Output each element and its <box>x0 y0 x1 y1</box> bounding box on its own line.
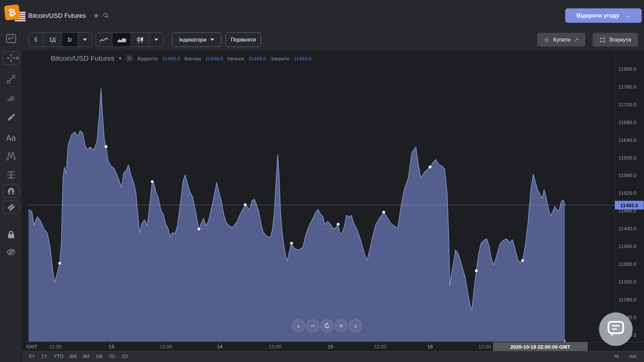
signal-icon <box>544 38 550 42</box>
low-label: Низька <box>227 56 244 61</box>
time-tick-label: 12:00 <box>49 344 62 349</box>
scroll-right-button[interactable]: › <box>349 319 362 332</box>
interval-button-5[interactable]: 5 <box>29 33 43 47</box>
interval-selector: 51Д1г <box>29 33 92 47</box>
trend-line-tool[interactable] <box>4 72 18 86</box>
range-button-1Y[interactable]: 1Y <box>41 353 47 359</box>
close-label: Закрити <box>271 56 289 61</box>
time-tick-mark <box>485 342 485 344</box>
chart-legend: Bitcoin/USD Futures ▾ Відкрити 11493.0 В… <box>51 54 312 63</box>
chevron-down-icon <box>210 39 214 41</box>
hide-drawings-tool[interactable] <box>4 245 18 259</box>
range-button-6M[interactable]: 6M <box>70 353 77 359</box>
area-chart-icon[interactable] <box>112 33 131 47</box>
search-icon[interactable] <box>103 12 109 20</box>
favorite-star-icon[interactable]: ★ <box>93 12 99 19</box>
low-value: 11468.0 <box>248 56 266 61</box>
xabcd-pattern-tool[interactable] <box>4 149 18 163</box>
time-tick-mark <box>111 342 112 344</box>
price-tick-label: 11440.0 <box>619 226 643 231</box>
chart-canvas[interactable] <box>22 50 644 342</box>
chart-toolbar: 51Д1г Індикатори Порівняти Купити ↗ <box>22 27 644 50</box>
pitchfork-tool[interactable] <box>4 91 18 105</box>
eye-slash-icon <box>6 248 16 256</box>
zoom-out-button[interactable]: − <box>306 319 319 332</box>
last-bar-tick <box>565 340 565 342</box>
flyout-arrow-icon[interactable] <box>17 56 18 60</box>
line-chart-icon[interactable] <box>96 33 112 47</box>
arrow-right-icon: → <box>625 12 630 19</box>
series-style-icon[interactable] <box>126 55 133 62</box>
reset-chart-button[interactable] <box>321 319 333 332</box>
range-button-3M[interactable]: 3M <box>83 353 90 359</box>
percent-scale-toggle[interactable]: % <box>614 353 619 359</box>
collapse-label: Згорнути <box>609 37 631 43</box>
brush-tool[interactable] <box>4 111 18 124</box>
range-button-YTD[interactable]: YTD <box>54 353 64 359</box>
indicators-label: Індикатори <box>179 37 206 43</box>
price-tick-label: 11640.0 <box>619 137 643 143</box>
indicators-button[interactable]: Індикатори <box>172 33 221 47</box>
time-tick-mark <box>330 342 331 344</box>
price-tick-label: 11600.0 <box>619 155 643 161</box>
lock-tool[interactable] <box>4 228 18 241</box>
bitcoin-usd-logo: ₿ <box>5 5 25 22</box>
crosshair-tool[interactable] <box>3 51 19 65</box>
price-tick-label: 11360.0 <box>619 261 643 267</box>
price-tick-label: 11680.0 <box>619 119 643 125</box>
lock-icon <box>7 230 15 239</box>
buy-button[interactable]: Купити ↗ <box>537 33 585 47</box>
header: ₿ Bitcoin/USD Futures ★ Відкрити угоду → <box>0 0 644 27</box>
magnet-tool[interactable] <box>3 184 19 198</box>
price-tick-label: 11800.0 <box>619 66 643 72</box>
range-toolbar: % лог 5Y1YYTD6M3M1M7D1D <box>22 351 644 362</box>
drawing-mode-tool[interactable] <box>3 200 19 214</box>
measure-tool[interactable] <box>4 168 18 182</box>
time-tick-mark <box>220 342 220 344</box>
bitcoin-icon: ₿ <box>4 4 20 20</box>
time-tick-label: 14 <box>217 344 223 349</box>
compare-label: Порівняти <box>231 37 256 43</box>
time-tick-label: 12:00 <box>478 344 491 349</box>
open-deal-button[interactable]: Відкрити угоду → <box>565 8 642 23</box>
compare-button[interactable]: Порівняти <box>226 33 261 47</box>
chat-icon <box>606 320 625 338</box>
support-chat-button[interactable] <box>599 312 633 346</box>
chart-type-dropdown[interactable] <box>149 33 163 47</box>
time-tick-label: 12:00 <box>269 344 281 349</box>
interval-button-1г[interactable]: 1г <box>62 33 78 47</box>
text-tool-icon[interactable]: Aa <box>4 131 18 145</box>
scroll-left-button[interactable]: ‹ <box>292 319 305 332</box>
price-tick-label: 11520.0 <box>619 190 643 196</box>
expand-arrows-icon <box>599 37 605 43</box>
chevron-down-icon <box>154 39 158 41</box>
chevron-down-icon[interactable]: ▾ <box>119 55 121 61</box>
open-deal-label: Відкрити угоду <box>577 12 620 19</box>
collapse-button[interactable]: Згорнути <box>593 33 638 47</box>
time-tick-label: 12:00 <box>374 344 386 349</box>
chevron-down-icon <box>83 39 87 41</box>
range-button-5Y[interactable]: 5Y <box>29 353 35 359</box>
time-axis[interactable]: 2020-10-18 22:00:00 GMT GMT12:001312:001… <box>22 342 644 351</box>
reset-icon <box>324 323 330 329</box>
price-axis[interactable]: 11800.011760.011720.011680.011640.011600… <box>614 50 644 342</box>
zoom-in-button[interactable]: + <box>335 319 347 332</box>
high-value: 11498.0 <box>205 56 223 61</box>
range-button-7D[interactable]: 7D <box>108 353 115 359</box>
chart-type-selector <box>96 33 164 47</box>
magnet-icon <box>7 187 15 195</box>
high-label: Висока <box>184 56 201 61</box>
legend-symbol-title[interactable]: Bitcoin/USD Futures <box>51 54 114 62</box>
time-tick-label: GMT <box>26 344 37 349</box>
time-tick-label: 15 <box>328 344 333 349</box>
range-button-1D[interactable]: 1D <box>121 353 128 359</box>
price-tick-label: 11320.0 <box>619 279 643 285</box>
interval-dropdown[interactable] <box>78 33 92 47</box>
log-scale-toggle[interactable]: лог <box>629 353 637 359</box>
price-tick-label: 11720.0 <box>619 102 643 107</box>
interval-button-1Д[interactable]: 1Д <box>43 33 62 47</box>
range-button-1M[interactable]: 1M <box>96 353 103 359</box>
chart-panel-icon[interactable] <box>4 32 18 45</box>
time-tick-label: 13 <box>109 344 114 349</box>
candlestick-chart-icon[interactable] <box>131 33 149 47</box>
